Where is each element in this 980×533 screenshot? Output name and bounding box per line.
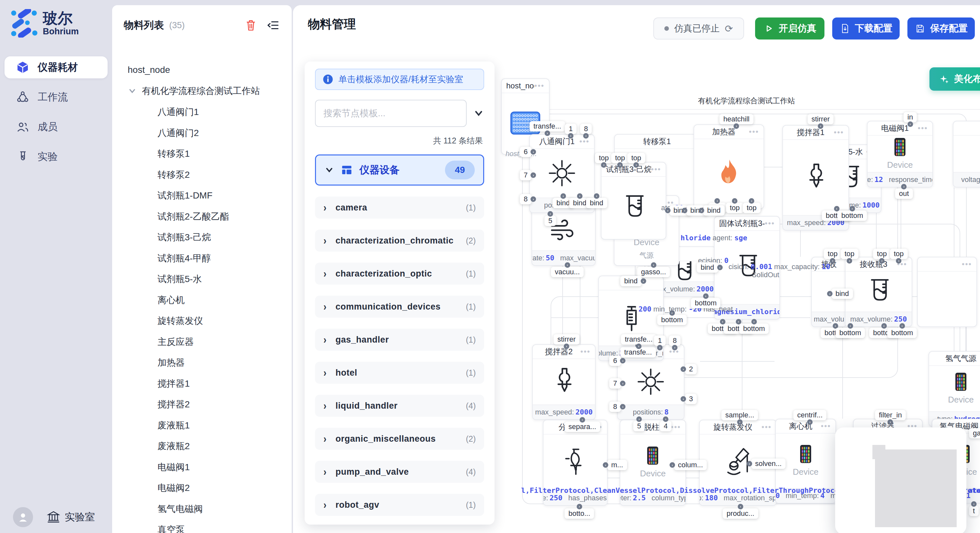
node-menu-icon[interactable]: ••• (962, 260, 972, 269)
port-chip-top[interactable]: top› (873, 249, 891, 259)
minimap-panel[interactable] (835, 427, 966, 533)
save-config-button[interactable]: 保存配置 (907, 17, 975, 40)
tree-item[interactable]: 废液瓶2 (128, 436, 292, 457)
sidebar-item-0[interactable]: 仪器耗材 (5, 56, 108, 78)
port-chip-3[interactable]: 3› (685, 394, 697, 404)
port-dot-icon[interactable]: › (672, 345, 678, 351)
port-chip-bottom[interactable]: bottom› (691, 298, 721, 308)
port-dot-icon[interactable]: › (568, 133, 574, 139)
port-chip-stirrer[interactable]: stirrer› (554, 334, 579, 344)
port-dot-icon[interactable]: › (899, 323, 905, 329)
port-dot-icon[interactable]: › (749, 198, 754, 204)
delete-icon[interactable] (244, 18, 258, 32)
category-row-hotel[interactable]: ›hotel(1) (315, 362, 484, 384)
port-dot-icon[interactable]: › (576, 504, 582, 509)
tree-item[interactable]: 离心机 (128, 290, 292, 311)
port-chip-top[interactable]: top› (890, 249, 908, 259)
tree-item-host-node[interactable]: host_node (128, 60, 292, 80)
port-dot-icon[interactable]: › (717, 265, 723, 270)
port-dot-icon[interactable]: › (971, 501, 977, 507)
port-dot-icon[interactable]: › (530, 173, 536, 178)
port-chip-produc[interactable]: produc...› (723, 508, 758, 519)
refresh-icon[interactable]: ⟳ (725, 23, 733, 34)
category-row-liquid_handler[interactable]: ›liquid_handler(4) (315, 395, 484, 417)
tree-item[interactable]: 试剂瓶5-水 (128, 269, 292, 290)
port-dot-icon[interactable]: › (848, 323, 853, 329)
port-dot-icon[interactable]: › (747, 461, 752, 466)
port-chip-6[interactable]: 6› (520, 147, 531, 157)
port-chip-t[interactable]: t› (969, 506, 979, 516)
simulation-status-pill[interactable]: 仿真已停止 ⟳ (653, 17, 744, 40)
port-chip-top[interactable]: top› (726, 203, 744, 213)
port-dot-icon[interactable]: › (579, 417, 585, 423)
port-chip-8[interactable]: 8› (669, 335, 681, 346)
node-menu-icon[interactable]: ••• (535, 81, 544, 90)
search-input[interactable] (315, 100, 467, 127)
node-menu-icon[interactable]: ••• (651, 165, 661, 174)
port-dot-icon[interactable]: › (636, 344, 641, 349)
category-row-characterization_chromatic[interactable]: ›characterization_chromatic(2) (315, 230, 484, 252)
port-dot-icon[interactable]: › (601, 162, 607, 168)
port-chip-6[interactable]: 6› (609, 355, 621, 366)
port-chip-colum[interactable]: colum...› (674, 460, 707, 470)
port-chip-7[interactable]: 7› (609, 378, 621, 389)
tree-item[interactable]: 转移泵1 (128, 143, 292, 165)
port-chip-bottom[interactable]: bottom› (887, 328, 917, 338)
port-dot-icon[interactable]: › (907, 121, 913, 127)
canvas-node-搅拌器2[interactable]: 搅拌器2•••max_speed: 2000 (532, 344, 596, 420)
port-dot-icon[interactable]: › (530, 197, 536, 202)
tree-item[interactable]: 试剂瓶4-甲醇 (128, 248, 292, 269)
port-chip-sample[interactable]: sample...› (721, 410, 758, 420)
port-dot-icon[interactable]: › (896, 258, 902, 263)
port-dot-icon[interactable]: › (603, 462, 608, 468)
tree-item[interactable]: 旋转蒸发仪 (128, 311, 292, 332)
canvas-node-氢气气源[interactable]: 氢气气源Device_type: hydrogen (929, 351, 980, 427)
beautify-layout-button[interactable]: 美化布局 (929, 67, 980, 90)
tree-item[interactable]: 搅拌器1 (128, 373, 292, 394)
port-dot-icon[interactable]: › (641, 279, 646, 284)
tree-item[interactable]: 加热器 (128, 352, 292, 373)
port-chip-7[interactable]: 7› (520, 170, 531, 180)
port-chip-1[interactable]: 1› (654, 335, 666, 346)
port-dot-icon[interactable]: › (651, 262, 656, 268)
category-group-equipment[interactable]: 仪器设备 49 (315, 154, 484, 186)
node-menu-icon[interactable]: ••• (762, 423, 772, 431)
sidebar-item-lab[interactable]: 实验室 (47, 510, 95, 524)
tree-item[interactable]: 八通阀门1 (128, 102, 292, 123)
sidebar-item-3[interactable]: 实验 (5, 146, 108, 168)
port-chip-bind[interactable]: bind› (697, 262, 718, 273)
port-dot-icon[interactable]: › (751, 319, 757, 324)
port-dot-icon[interactable]: › (850, 206, 855, 211)
tree-item[interactable]: 转移泵2 (128, 165, 292, 186)
tree-item[interactable]: 电磁阀1 (128, 457, 292, 478)
tree-item[interactable]: 氢气电磁阀 (128, 499, 292, 520)
tree-item[interactable]: 试剂瓶1-DMF (128, 185, 292, 206)
category-row-organic_miscellaneous[interactable]: ›organic_miscellaneous(2) (315, 428, 484, 450)
port-dot-icon[interactable]: › (738, 504, 743, 509)
port-dot-icon[interactable]: › (665, 208, 670, 213)
canvas-node-试剂瓶3-己烷[interactable]: 试剂瓶3-己烷••• (601, 162, 666, 240)
port-chip-8[interactable]: 8› (580, 124, 592, 134)
port-chip-m[interactable]: m...› (607, 460, 627, 470)
port-chip-8[interactable]: 8› (520, 194, 531, 204)
sidebar-item-2[interactable]: 成员 (5, 116, 108, 138)
port-dot-icon[interactable]: › (564, 344, 570, 349)
port-chip-bottom[interactable]: bottom› (835, 328, 865, 338)
download-config-button[interactable]: 下载配置 (832, 17, 900, 40)
port-chip-4[interactable]: 4› (660, 421, 671, 431)
category-row-gas_handler[interactable]: ›gas_handler(1) (315, 329, 484, 351)
start-simulation-button[interactable]: 开启仿真 (755, 17, 824, 40)
port-chip-top[interactable]: top› (627, 153, 645, 163)
tree-item[interactable]: 主反应器 (128, 332, 292, 353)
port-chip-vacuu[interactable]: vacuu...› (551, 267, 584, 277)
category-row-pump_and_valve[interactable]: ›pump_and_valve(4) (315, 461, 484, 483)
port-chip-stirrer[interactable]: stirrer› (808, 114, 834, 124)
canvas-node-电磁阀1[interactable]: 电磁阀1•••Devicevoltage: 12response_time: 0… (867, 121, 933, 187)
category-row-camera[interactable]: ›camera(1) (315, 197, 484, 219)
canvas-node-加热器[interactable]: 加热器••• (694, 124, 764, 209)
tree-item[interactable]: 真空泵 (128, 519, 292, 533)
category-row-communication_devices[interactable]: ›communication_devices(1) (315, 296, 484, 318)
port-dot-icon[interactable]: › (657, 345, 663, 351)
port-dot-icon[interactable]: › (577, 194, 582, 199)
canvas-node-untitled[interactable]: voltage: 12 (953, 121, 980, 187)
